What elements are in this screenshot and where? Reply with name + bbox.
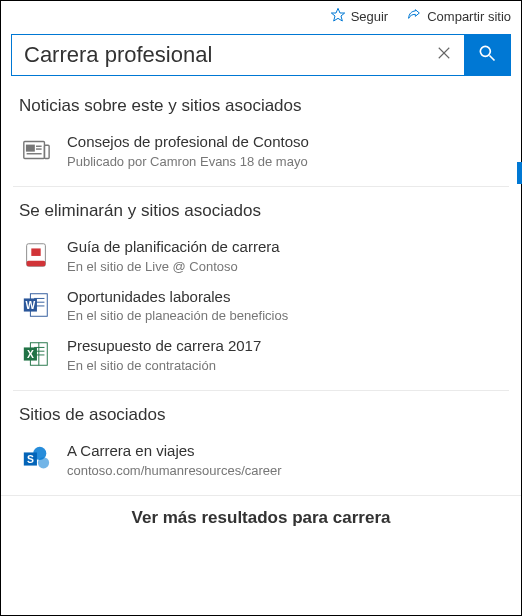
more-results-button[interactable]: Ver más resultados para carrera bbox=[1, 495, 521, 544]
clear-search-button[interactable] bbox=[424, 35, 464, 75]
share-label: Compartir sitio bbox=[427, 9, 511, 24]
section-title: Sitios de asociados bbox=[19, 405, 503, 425]
news-icon bbox=[19, 133, 53, 169]
result-subtitle: En el sitio de contratación bbox=[67, 358, 503, 373]
svg-text:W: W bbox=[26, 299, 36, 310]
svg-point-3 bbox=[480, 46, 490, 56]
share-icon bbox=[406, 7, 422, 26]
section-title: Noticias sobre este y sitios asociados bbox=[19, 96, 503, 116]
result-item[interactable]: S A Carrera en viajes contoso.com/humanr… bbox=[19, 435, 503, 485]
search-bar bbox=[11, 34, 511, 76]
svg-line-4 bbox=[490, 56, 495, 61]
result-item[interactable]: W Oportunidades laborales En el sitio de… bbox=[19, 281, 503, 331]
result-title: A Carrera en viajes bbox=[67, 442, 503, 461]
result-subtitle: En el sitio de planeación de beneficios bbox=[67, 308, 503, 323]
result-title: Presupuesto de carrera 2017 bbox=[67, 337, 503, 356]
scroll-marker bbox=[517, 162, 522, 184]
result-item[interactable]: X Presupuesto de carrera 2017 En el siti… bbox=[19, 330, 503, 380]
result-item[interactable]: Consejos de profesional de Contoso Publi… bbox=[19, 126, 503, 176]
svg-marker-0 bbox=[331, 8, 344, 21]
word-icon: W bbox=[19, 288, 53, 324]
section-sites: Sitios de asociados S A Carrera en viaje… bbox=[13, 390, 509, 495]
svg-text:X: X bbox=[27, 349, 34, 360]
search-input[interactable] bbox=[12, 35, 424, 75]
follow-button[interactable]: Seguir bbox=[330, 7, 389, 26]
share-site-button[interactable]: Compartir sitio bbox=[406, 7, 511, 26]
section-files: Se eliminarán y sitios asociados Guía de… bbox=[13, 186, 509, 390]
close-icon bbox=[435, 44, 453, 67]
star-icon bbox=[330, 7, 346, 26]
follow-label: Seguir bbox=[351, 9, 389, 24]
svg-rect-12 bbox=[27, 260, 46, 266]
result-title: Guía de planificación de carrera bbox=[67, 238, 503, 257]
section-title: Se eliminarán y sitios asociados bbox=[19, 201, 503, 221]
file-generic-icon bbox=[19, 238, 53, 274]
result-subtitle: Publicado por Camron Evans 18 de mayo bbox=[67, 154, 503, 169]
result-subtitle: contoso.com/humanresources/career bbox=[67, 463, 503, 478]
result-title: Oportunidades laborales bbox=[67, 288, 503, 307]
svg-point-28 bbox=[38, 457, 49, 468]
section-news: Noticias sobre este y sitios asociados C… bbox=[13, 82, 509, 186]
result-subtitle: En el sitio de Live @ Contoso bbox=[67, 259, 503, 274]
svg-rect-6 bbox=[44, 145, 49, 158]
result-item[interactable]: Guía de planificación de carrera En el s… bbox=[19, 231, 503, 281]
search-icon bbox=[477, 43, 497, 67]
excel-icon: X bbox=[19, 337, 53, 373]
sharepoint-icon: S bbox=[19, 442, 53, 478]
result-title: Consejos de profesional de Contoso bbox=[67, 133, 503, 152]
search-submit-button[interactable] bbox=[464, 35, 510, 75]
svg-rect-13 bbox=[31, 248, 40, 256]
svg-rect-7 bbox=[27, 145, 35, 151]
svg-text:S: S bbox=[27, 454, 34, 465]
